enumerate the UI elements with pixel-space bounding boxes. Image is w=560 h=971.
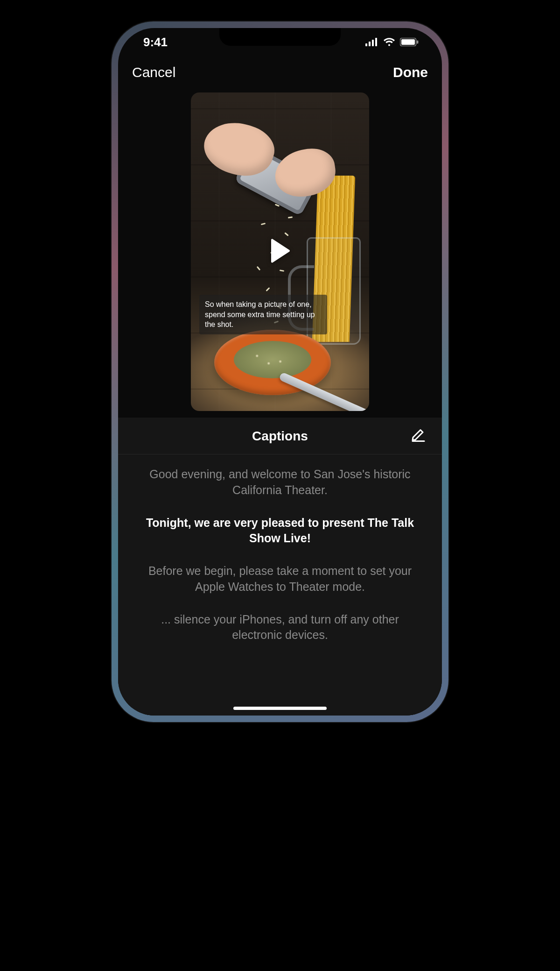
svg-rect-6 (417, 41, 418, 44)
video-preview[interactable]: So when taking a picture of one, spend s… (191, 92, 369, 411)
caption-line[interactable]: ... silence your iPhones, and turn off a… (137, 612, 423, 644)
play-icon (269, 239, 291, 265)
edit-captions-button[interactable] (410, 426, 426, 446)
play-button[interactable] (267, 239, 293, 264)
cancel-button[interactable]: Cancel (132, 64, 175, 80)
done-button[interactable]: Done (393, 64, 428, 80)
cellular-signal-icon (365, 38, 378, 46)
phone-device-frame: 9:41 Cancel Done (112, 21, 448, 722)
svg-rect-5 (401, 39, 415, 45)
svg-rect-2 (372, 40, 374, 46)
svg-rect-0 (365, 43, 367, 46)
wifi-icon (383, 38, 395, 46)
caption-line[interactable]: Good evening, and welcome to San Jose's … (137, 467, 423, 498)
scroll-fade (118, 678, 442, 716)
captions-panel: Captions Good evening, and welcome to Sa… (118, 418, 442, 716)
svg-rect-3 (375, 38, 377, 46)
battery-icon (400, 38, 419, 46)
video-overlay-caption: So when taking a picture of one, spend s… (199, 295, 327, 334)
status-time: 9:41 (143, 35, 168, 50)
nav-bar: Cancel Done (118, 56, 442, 90)
device-notch (219, 28, 341, 46)
caption-line-active[interactable]: Tonight, we are very pleased to present … (137, 515, 423, 547)
home-indicator[interactable] (233, 707, 327, 710)
phone-screen: 9:41 Cancel Done (118, 28, 442, 716)
captions-title: Captions (252, 429, 308, 443)
video-preview-container: So when taking a picture of one, spend s… (118, 90, 442, 418)
pencil-icon (410, 431, 426, 445)
status-indicators (365, 38, 419, 46)
captions-list[interactable]: Good evening, and welcome to San Jose's … (118, 454, 442, 716)
captions-header: Captions (118, 418, 442, 454)
caption-line[interactable]: Before we begin, please take a moment to… (137, 563, 423, 595)
svg-rect-1 (369, 42, 371, 46)
